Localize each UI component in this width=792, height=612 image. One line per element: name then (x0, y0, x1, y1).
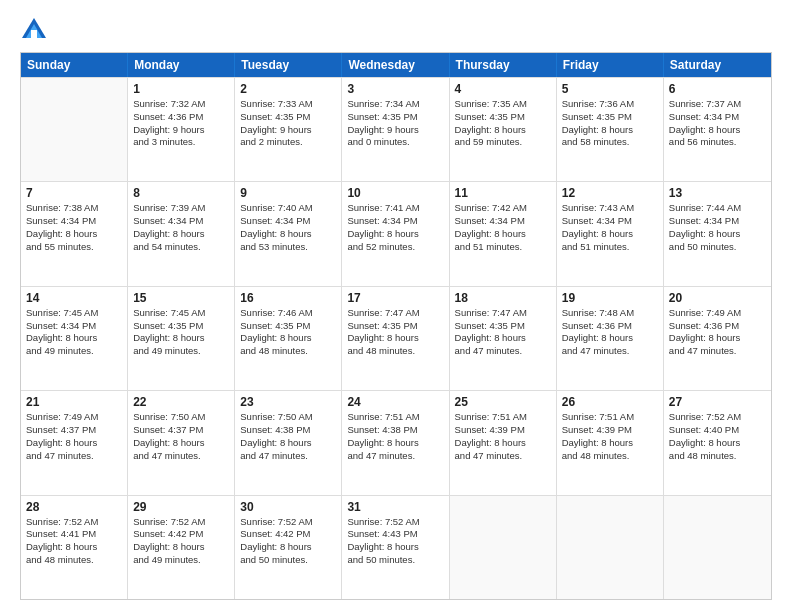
week-row-0: 1Sunrise: 7:32 AMSunset: 4:36 PMDaylight… (21, 77, 771, 181)
cal-cell-4-3: 31Sunrise: 7:52 AMSunset: 4:43 PMDayligh… (342, 496, 449, 599)
cal-cell-0-0 (21, 78, 128, 181)
cal-cell-4-2: 30Sunrise: 7:52 AMSunset: 4:42 PMDayligh… (235, 496, 342, 599)
day-number: 5 (562, 82, 658, 96)
header-day-sunday: Sunday (21, 53, 128, 77)
logo (20, 16, 52, 44)
cell-text: Sunrise: 7:40 AMSunset: 4:34 PMDaylight:… (240, 202, 336, 253)
day-number: 22 (133, 395, 229, 409)
cell-text: Sunrise: 7:33 AMSunset: 4:35 PMDaylight:… (240, 98, 336, 149)
week-row-2: 14Sunrise: 7:45 AMSunset: 4:34 PMDayligh… (21, 286, 771, 390)
cal-cell-3-2: 23Sunrise: 7:50 AMSunset: 4:38 PMDayligh… (235, 391, 342, 494)
cal-cell-3-3: 24Sunrise: 7:51 AMSunset: 4:38 PMDayligh… (342, 391, 449, 494)
cell-text: Sunrise: 7:42 AMSunset: 4:34 PMDaylight:… (455, 202, 551, 253)
cal-cell-4-5 (557, 496, 664, 599)
cell-text: Sunrise: 7:51 AMSunset: 4:39 PMDaylight:… (455, 411, 551, 462)
day-number: 31 (347, 500, 443, 514)
cell-text: Sunrise: 7:48 AMSunset: 4:36 PMDaylight:… (562, 307, 658, 358)
header-day-monday: Monday (128, 53, 235, 77)
cell-text: Sunrise: 7:47 AMSunset: 4:35 PMDaylight:… (347, 307, 443, 358)
cell-text: Sunrise: 7:52 AMSunset: 4:42 PMDaylight:… (240, 516, 336, 567)
day-number: 16 (240, 291, 336, 305)
calendar-header-row: SundayMondayTuesdayWednesdayThursdayFrid… (21, 53, 771, 77)
header-day-saturday: Saturday (664, 53, 771, 77)
day-number: 1 (133, 82, 229, 96)
cell-text: Sunrise: 7:44 AMSunset: 4:34 PMDaylight:… (669, 202, 766, 253)
cell-text: Sunrise: 7:52 AMSunset: 4:40 PMDaylight:… (669, 411, 766, 462)
day-number: 23 (240, 395, 336, 409)
cal-cell-0-6: 6Sunrise: 7:37 AMSunset: 4:34 PMDaylight… (664, 78, 771, 181)
day-number: 26 (562, 395, 658, 409)
cell-text: Sunrise: 7:52 AMSunset: 4:42 PMDaylight:… (133, 516, 229, 567)
day-number: 28 (26, 500, 122, 514)
day-number: 19 (562, 291, 658, 305)
day-number: 20 (669, 291, 766, 305)
cal-cell-4-6 (664, 496, 771, 599)
day-number: 27 (669, 395, 766, 409)
cell-text: Sunrise: 7:50 AMSunset: 4:37 PMDaylight:… (133, 411, 229, 462)
cell-text: Sunrise: 7:52 AMSunset: 4:41 PMDaylight:… (26, 516, 122, 567)
day-number: 15 (133, 291, 229, 305)
day-number: 14 (26, 291, 122, 305)
cell-text: Sunrise: 7:39 AMSunset: 4:34 PMDaylight:… (133, 202, 229, 253)
cal-cell-0-3: 3Sunrise: 7:34 AMSunset: 4:35 PMDaylight… (342, 78, 449, 181)
header-day-friday: Friday (557, 53, 664, 77)
header (20, 16, 772, 44)
day-number: 13 (669, 186, 766, 200)
day-number: 8 (133, 186, 229, 200)
cell-text: Sunrise: 7:36 AMSunset: 4:35 PMDaylight:… (562, 98, 658, 149)
calendar-body: 1Sunrise: 7:32 AMSunset: 4:36 PMDaylight… (21, 77, 771, 599)
day-number: 25 (455, 395, 551, 409)
day-number: 10 (347, 186, 443, 200)
header-day-thursday: Thursday (450, 53, 557, 77)
cal-cell-2-6: 20Sunrise: 7:49 AMSunset: 4:36 PMDayligh… (664, 287, 771, 390)
day-number: 2 (240, 82, 336, 96)
day-number: 7 (26, 186, 122, 200)
cal-cell-3-0: 21Sunrise: 7:49 AMSunset: 4:37 PMDayligh… (21, 391, 128, 494)
cell-text: Sunrise: 7:37 AMSunset: 4:34 PMDaylight:… (669, 98, 766, 149)
cell-text: Sunrise: 7:43 AMSunset: 4:34 PMDaylight:… (562, 202, 658, 253)
day-number: 4 (455, 82, 551, 96)
header-day-tuesday: Tuesday (235, 53, 342, 77)
cell-text: Sunrise: 7:47 AMSunset: 4:35 PMDaylight:… (455, 307, 551, 358)
day-number: 6 (669, 82, 766, 96)
cell-text: Sunrise: 7:34 AMSunset: 4:35 PMDaylight:… (347, 98, 443, 149)
cal-cell-2-3: 17Sunrise: 7:47 AMSunset: 4:35 PMDayligh… (342, 287, 449, 390)
cell-text: Sunrise: 7:50 AMSunset: 4:38 PMDaylight:… (240, 411, 336, 462)
cell-text: Sunrise: 7:51 AMSunset: 4:39 PMDaylight:… (562, 411, 658, 462)
cal-cell-1-4: 11Sunrise: 7:42 AMSunset: 4:34 PMDayligh… (450, 182, 557, 285)
day-number: 11 (455, 186, 551, 200)
cell-text: Sunrise: 7:38 AMSunset: 4:34 PMDaylight:… (26, 202, 122, 253)
cell-text: Sunrise: 7:49 AMSunset: 4:36 PMDaylight:… (669, 307, 766, 358)
header-day-wednesday: Wednesday (342, 53, 449, 77)
week-row-4: 28Sunrise: 7:52 AMSunset: 4:41 PMDayligh… (21, 495, 771, 599)
cal-cell-1-2: 9Sunrise: 7:40 AMSunset: 4:34 PMDaylight… (235, 182, 342, 285)
calendar: SundayMondayTuesdayWednesdayThursdayFrid… (20, 52, 772, 600)
day-number: 9 (240, 186, 336, 200)
cal-cell-4-0: 28Sunrise: 7:52 AMSunset: 4:41 PMDayligh… (21, 496, 128, 599)
cell-text: Sunrise: 7:35 AMSunset: 4:35 PMDaylight:… (455, 98, 551, 149)
cal-cell-1-1: 8Sunrise: 7:39 AMSunset: 4:34 PMDaylight… (128, 182, 235, 285)
cal-cell-2-0: 14Sunrise: 7:45 AMSunset: 4:34 PMDayligh… (21, 287, 128, 390)
week-row-3: 21Sunrise: 7:49 AMSunset: 4:37 PMDayligh… (21, 390, 771, 494)
cal-cell-3-6: 27Sunrise: 7:52 AMSunset: 4:40 PMDayligh… (664, 391, 771, 494)
cal-cell-2-4: 18Sunrise: 7:47 AMSunset: 4:35 PMDayligh… (450, 287, 557, 390)
cal-cell-2-2: 16Sunrise: 7:46 AMSunset: 4:35 PMDayligh… (235, 287, 342, 390)
cal-cell-0-4: 4Sunrise: 7:35 AMSunset: 4:35 PMDaylight… (450, 78, 557, 181)
cal-cell-3-5: 26Sunrise: 7:51 AMSunset: 4:39 PMDayligh… (557, 391, 664, 494)
cal-cell-0-2: 2Sunrise: 7:33 AMSunset: 4:35 PMDaylight… (235, 78, 342, 181)
cell-text: Sunrise: 7:52 AMSunset: 4:43 PMDaylight:… (347, 516, 443, 567)
cal-cell-3-4: 25Sunrise: 7:51 AMSunset: 4:39 PMDayligh… (450, 391, 557, 494)
day-number: 29 (133, 500, 229, 514)
cal-cell-3-1: 22Sunrise: 7:50 AMSunset: 4:37 PMDayligh… (128, 391, 235, 494)
cal-cell-0-5: 5Sunrise: 7:36 AMSunset: 4:35 PMDaylight… (557, 78, 664, 181)
cell-text: Sunrise: 7:45 AMSunset: 4:35 PMDaylight:… (133, 307, 229, 358)
cal-cell-1-6: 13Sunrise: 7:44 AMSunset: 4:34 PMDayligh… (664, 182, 771, 285)
cal-cell-1-3: 10Sunrise: 7:41 AMSunset: 4:34 PMDayligh… (342, 182, 449, 285)
svg-rect-2 (31, 30, 37, 38)
cal-cell-0-1: 1Sunrise: 7:32 AMSunset: 4:36 PMDaylight… (128, 78, 235, 181)
cell-text: Sunrise: 7:51 AMSunset: 4:38 PMDaylight:… (347, 411, 443, 462)
logo-icon (20, 16, 48, 44)
day-number: 17 (347, 291, 443, 305)
day-number: 12 (562, 186, 658, 200)
cal-cell-2-1: 15Sunrise: 7:45 AMSunset: 4:35 PMDayligh… (128, 287, 235, 390)
